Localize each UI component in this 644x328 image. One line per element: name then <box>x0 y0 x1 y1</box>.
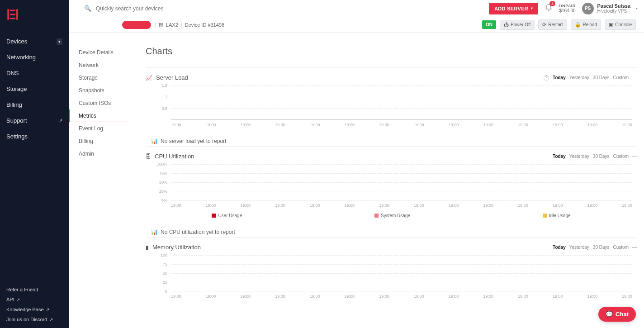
range-30days[interactable]: 30 Days <box>593 245 610 250</box>
device-id: Device ID #31498 <box>185 22 224 28</box>
user-menu[interactable]: PS Pascal Suissa Hivelocity VPS ▾ <box>582 3 638 14</box>
external-icon: ↗ <box>59 118 62 123</box>
subnav-network[interactable]: Network <box>69 59 128 71</box>
subnav-admin[interactable]: Admin <box>69 147 128 160</box>
chevron-down-icon: ▾ <box>636 6 638 10</box>
time-range: Today Yesterday 30 Days Custom — <box>553 75 637 80</box>
flag-icon: ▤ <box>159 22 163 28</box>
status-badge: ON <box>482 20 496 29</box>
legend-item[interactable]: System Usage <box>374 213 410 218</box>
subnav-custom-isos[interactable]: Custom ISOs <box>69 97 128 109</box>
content: Charts 📈 Server Load ? Today Yesterday 3… <box>128 33 644 328</box>
sidebar-link-api[interactable]: API↗ <box>0 295 69 304</box>
chart-legend: User Usage System Usage Idle Usage <box>146 211 637 220</box>
sidebar-item-billing[interactable]: Billing <box>0 97 69 113</box>
chat-icon: 💬 <box>606 311 613 318</box>
range-custom[interactable]: Custom <box>613 75 629 80</box>
unpaid-amount[interactable]: UNPAID $164.00 <box>559 4 575 13</box>
sidebar-item-storage[interactable]: Storage <box>0 81 69 97</box>
subnav-event-log[interactable]: Event Log <box>69 122 128 135</box>
collapse-icon[interactable]: — <box>632 75 637 80</box>
console-button[interactable]: ▣Console <box>605 19 636 30</box>
collapse-icon[interactable]: — <box>632 245 637 250</box>
chart-server-load: 📈 Server Load ? Today Yesterday 30 Days … <box>146 67 637 135</box>
database-icon: 🗄 <box>146 153 151 160</box>
svg-rect-2 <box>10 10 15 12</box>
chart-plot: 0.511.519:0019:0019:0019:0019:0019:0019:… <box>157 86 632 129</box>
chart-title: CPU Utilization <box>155 153 549 160</box>
search-input[interactable] <box>96 5 489 12</box>
subnav-billing[interactable]: Billing <box>69 135 128 147</box>
chart-cpu: 🗄 CPU Utilization Today Yesterday 30 Day… <box>146 146 637 226</box>
range-custom[interactable]: Custom <box>613 154 629 159</box>
chart-memory: ▮ Memory Utilization Today Yesterday 30 … <box>146 237 637 307</box>
topbar: 🔍 ADD SERVER▾ 4 UNPAID $164.00 PS Pascal… <box>69 0 644 17</box>
chart-line-icon: 📊 <box>151 229 158 235</box>
power-icon: ⏻ <box>504 22 509 28</box>
avatar: PS <box>582 3 594 14</box>
svg-rect-1 <box>16 9 18 19</box>
svg-rect-0 <box>7 9 9 19</box>
range-today[interactable]: Today <box>553 75 566 80</box>
range-today[interactable]: Today <box>553 154 566 159</box>
main: 🔍 ADD SERVER▾ 4 UNPAID $164.00 PS Pascal… <box>69 0 644 328</box>
user-name: Pascal Suissa <box>597 3 630 9</box>
subnav-storage[interactable]: Storage <box>69 71 128 84</box>
chart-plot: 025507510019:0019:0019:0019:0019:0019:00… <box>157 255 632 300</box>
reload-button[interactable]: 🔒Reload <box>571 19 601 30</box>
chart-title: Memory Utilization <box>152 244 549 251</box>
external-icon: ↗ <box>49 317 53 322</box>
external-icon: ↗ <box>16 297 20 302</box>
logo[interactable] <box>6 8 19 21</box>
range-today[interactable]: Today <box>553 245 566 250</box>
subnav: Device Details Network Storage Snapshots… <box>69 33 128 328</box>
subnav-metrics[interactable]: Metrics <box>69 109 128 122</box>
power-off-button[interactable]: ⏻Power Off <box>500 20 535 30</box>
chat-button[interactable]: 💬Chat <box>598 307 636 322</box>
sidebar-item-settings[interactable]: Settings <box>0 128 69 144</box>
user-org: Hivelocity VPS <box>597 9 630 14</box>
sidebar-link-kb[interactable]: Knowledge Base↗ <box>0 304 69 314</box>
sidebar-item-dns[interactable]: DNS <box>0 65 69 81</box>
range-yesterday[interactable]: Yesterday <box>569 75 589 80</box>
chart-line-icon: 📊 <box>151 138 158 144</box>
range-custom[interactable]: Custom <box>613 245 629 250</box>
sidebar-item-devices[interactable]: Devices▾ <box>0 33 69 49</box>
chart-plot: 0%25%50%75%100%19:0019:0019:0019:0019:00… <box>157 164 632 209</box>
help-icon[interactable]: ? <box>544 75 549 81</box>
topbar-right: ADD SERVER▾ 4 UNPAID $164.00 PS Pascal S… <box>489 3 638 14</box>
add-server-button[interactable]: ADD SERVER▾ <box>489 3 538 14</box>
range-yesterday[interactable]: Yesterday <box>569 154 589 159</box>
device-info: | ▤ LAX2 | Device ID #31498 <box>155 22 224 28</box>
restart-button[interactable]: ⟳Restart <box>538 19 567 30</box>
sidebar-item-networking[interactable]: Networking <box>0 49 69 65</box>
sidebar-link-discord[interactable]: Join us on Discord↗ <box>0 314 69 324</box>
lock-icon: 🔒 <box>575 22 581 28</box>
chevron-down-icon: ▾ <box>57 38 62 45</box>
svg-rect-3 <box>10 14 15 15</box>
subnav-snapshots[interactable]: Snapshots <box>69 84 128 97</box>
legend-item[interactable]: Idle Usage <box>543 213 571 218</box>
chevron-down-icon: ▾ <box>531 6 533 10</box>
legend-swatch <box>543 214 547 218</box>
sidebar-link-refer[interactable]: Refer a Friend <box>0 285 69 295</box>
restart-icon: ⟳ <box>542 22 546 28</box>
page-title: Charts <box>146 46 637 57</box>
sidebar: Devices▾ Networking DNS Storage Billing … <box>0 0 69 328</box>
sidebar-bottom: Refer a Friend API↗ Knowledge Base↗ Join… <box>0 285 69 328</box>
collapse-icon[interactable]: — <box>632 154 637 159</box>
range-yesterday[interactable]: Yesterday <box>569 245 589 250</box>
notifications-button[interactable]: 4 <box>545 4 553 13</box>
subnav-device-details[interactable]: Device Details <box>69 46 128 59</box>
legend-swatch <box>374 214 379 218</box>
range-30days[interactable]: 30 Days <box>593 154 610 159</box>
body: Device Details Network Storage Snapshots… <box>69 33 644 328</box>
memory-icon: ▮ <box>146 244 149 251</box>
range-30days[interactable]: 30 Days <box>593 75 610 80</box>
sidebar-item-support[interactable]: Support↗ <box>0 113 69 128</box>
legend-item[interactable]: User Usage <box>212 213 242 218</box>
chart-title: Server Load <box>156 74 540 81</box>
svg-rect-4 <box>10 18 15 19</box>
empty-server-load: 📊No server load yet to report <box>146 135 637 146</box>
search-icon: 🔍 <box>84 5 91 12</box>
